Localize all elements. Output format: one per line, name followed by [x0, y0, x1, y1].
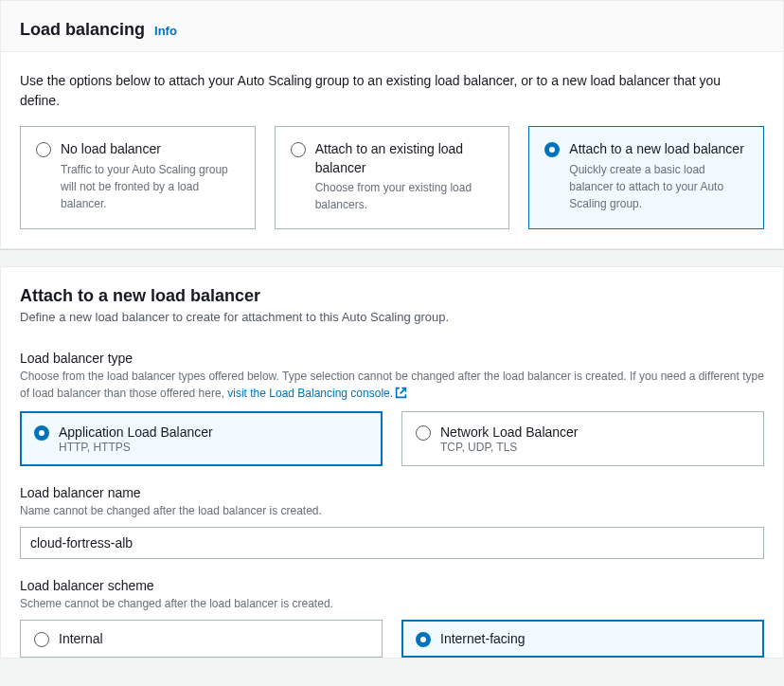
field-help: Choose from the load balancer types offe… [20, 368, 764, 404]
option-desc: Choose from your existing load balancers… [315, 179, 494, 213]
scheme-internal[interactable]: Internal [20, 620, 383, 658]
section-title: Attach to a new load balancer [20, 286, 764, 306]
panel-divider [0, 249, 784, 266]
lb-type-sub: TCP, UDP, TLS [440, 441, 579, 454]
option-existing-load-balancer[interactable]: Attach to an existing load balancer Choo… [275, 126, 510, 229]
option-no-load-balancer[interactable]: No load balancer Traffic to your Auto Sc… [20, 126, 256, 229]
panel-title: Load balancing [20, 20, 145, 40]
option-title: Attach to a new load balancer [569, 140, 748, 159]
load-balancing-panel: Load balancing Info Use the options belo… [0, 0, 784, 249]
radio-icon [416, 425, 431, 441]
panel-header: Load balancing Info [1, 1, 783, 52]
lb-type-application[interactable]: Application Load Balancer HTTP, HTTPS [20, 411, 383, 466]
external-link-icon [395, 387, 407, 404]
lb-type-row: Application Load Balancer HTTP, HTTPS Ne… [20, 411, 764, 466]
info-link[interactable]: Info [154, 24, 177, 38]
radio-icon [416, 632, 431, 647]
field-help: Scheme cannot be changed after the load … [20, 595, 764, 612]
option-desc: Quickly create a basic load balancer to … [569, 161, 748, 212]
lb-type-field: Load balancer type Choose from the load … [1, 351, 783, 485]
option-title: No load balancer [61, 140, 240, 159]
lb-type-sub: HTTP, HTTPS [59, 441, 213, 454]
scheme-label: Internet-facing [440, 631, 526, 646]
option-new-load-balancer[interactable]: Attach to a new load balancer Quickly cr… [528, 126, 764, 229]
lb-name-input[interactable] [20, 527, 764, 559]
field-help: Name cannot be changed after the load ba… [20, 502, 764, 519]
field-label: Load balancer scheme [20, 578, 764, 593]
lb-scheme-field: Load balancer scheme Scheme cannot be ch… [1, 578, 783, 658]
lb-type-title: Network Load Balancer [440, 424, 579, 441]
panel-body: Use the options below to attach your Aut… [1, 52, 783, 248]
radio-icon [544, 142, 560, 157]
new-lb-header: Attach to a new load balancer Define a n… [1, 267, 783, 324]
intro-text: Use the options below to attach your Aut… [20, 71, 764, 111]
lb-name-field: Load balancer name Name cannot be change… [1, 485, 783, 578]
lb-console-link[interactable]: visit the Load Balancing console. [227, 387, 407, 400]
option-desc: Traffic to your Auto Scaling group will … [61, 161, 240, 212]
new-load-balancer-panel: Attach to a new load balancer Define a n… [0, 266, 784, 659]
scheme-internet-facing[interactable]: Internet-facing [401, 620, 764, 658]
field-label: Load balancer type [20, 351, 764, 366]
radio-icon [34, 425, 49, 441]
lb-type-title: Application Load Balancer [59, 424, 213, 441]
field-label: Load balancer name [20, 485, 764, 500]
radio-icon [36, 142, 51, 157]
lb-type-network[interactable]: Network Load Balancer TCP, UDP, TLS [401, 411, 764, 466]
scheme-label: Internal [59, 631, 103, 646]
option-title: Attach to an existing load balancer [315, 140, 494, 177]
radio-icon [34, 632, 49, 647]
scheme-row: Internal Internet-facing [20, 620, 764, 658]
section-subtitle: Define a new load balancer to create for… [20, 310, 764, 324]
radio-icon [291, 142, 306, 157]
attach-option-row: No load balancer Traffic to your Auto Sc… [20, 126, 764, 229]
